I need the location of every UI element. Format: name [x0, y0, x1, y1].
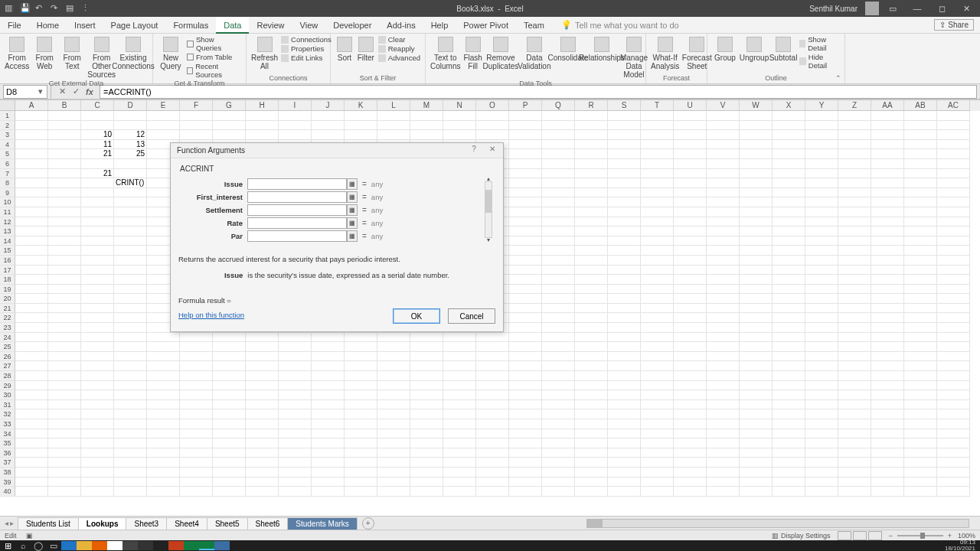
cell-W19[interactable]: [740, 285, 773, 295]
cell-R37[interactable]: [575, 458, 608, 468]
firefox-icon[interactable]: [92, 541, 107, 550]
cell-AB1[interactable]: [904, 111, 937, 121]
cell-Y24[interactable]: [805, 333, 838, 343]
row-header-39[interactable]: 39: [0, 478, 15, 487]
cell-A13[interactable]: [15, 227, 48, 236]
cell-A9[interactable]: [15, 188, 48, 198]
cell-AA19[interactable]: [871, 285, 904, 295]
cell-AC25[interactable]: [937, 342, 970, 352]
cell-W24[interactable]: [740, 333, 773, 343]
ribbon-tab-formulas[interactable]: Formulas: [165, 17, 216, 34]
cell-I1[interactable]: [279, 111, 312, 121]
cell-R12[interactable]: [575, 217, 608, 227]
remove-duplicates-button[interactable]: Remove Duplicates: [485, 35, 516, 70]
cell-C22[interactable]: [81, 313, 114, 323]
sheet-tab-students-list[interactable]: Students List: [18, 517, 79, 530]
cell-D7[interactable]: [114, 169, 147, 179]
ribbon-tab-power-pivot[interactable]: Power Pivot: [456, 17, 516, 34]
cell-T11[interactable]: [641, 207, 674, 217]
cell-I39[interactable]: [279, 478, 312, 487]
cell-U4[interactable]: [674, 140, 707, 150]
cell-B6[interactable]: [48, 159, 81, 169]
cell-H38[interactable]: [246, 468, 279, 478]
cell-P37[interactable]: [509, 458, 542, 468]
cell-AA31[interactable]: [871, 400, 904, 410]
cell-X11[interactable]: [773, 207, 805, 217]
cell-W7[interactable]: [740, 169, 773, 179]
cell-AA8[interactable]: [871, 178, 904, 188]
cell-Q21[interactable]: [542, 304, 575, 314]
cell-B15[interactable]: [48, 246, 81, 256]
cell-F33[interactable]: [180, 419, 213, 429]
col-header-G[interactable]: G: [213, 100, 246, 111]
cell-L1[interactable]: [377, 111, 410, 121]
cell-G29[interactable]: [213, 381, 246, 391]
cell-AC27[interactable]: [937, 361, 970, 371]
cell-T27[interactable]: [641, 361, 674, 371]
cell-X6[interactable]: [773, 159, 805, 169]
cell-X23[interactable]: [773, 323, 805, 333]
cell-T3[interactable]: [641, 130, 674, 140]
cell-AB7[interactable]: [904, 169, 937, 179]
cell-Q4[interactable]: [542, 140, 575, 150]
cell-Z4[interactable]: [838, 140, 871, 150]
advanced-item[interactable]: Advanced: [378, 54, 420, 62]
cell-U36[interactable]: [674, 448, 707, 458]
cell-T28[interactable]: [641, 371, 674, 381]
cell-R9[interactable]: [575, 188, 608, 198]
cell-S29[interactable]: [608, 381, 641, 391]
cell-Z17[interactable]: [838, 266, 871, 276]
row-header-30[interactable]: 30: [0, 390, 15, 400]
cell-Y21[interactable]: [805, 304, 838, 314]
cell-B3[interactable]: [48, 130, 81, 140]
cell-X4[interactable]: [773, 140, 805, 150]
cell-X38[interactable]: [773, 468, 805, 478]
cell-Y31[interactable]: [805, 400, 838, 410]
cell-O27[interactable]: [476, 361, 509, 371]
ribbon-tab-developer[interactable]: Developer: [325, 17, 379, 34]
cell-Z39[interactable]: [838, 478, 871, 487]
cell-Z10[interactable]: [838, 197, 871, 207]
cell-Y30[interactable]: [805, 390, 838, 400]
cell-Y8[interactable]: [805, 178, 838, 188]
cell-AA7[interactable]: [871, 169, 904, 179]
cell-Z19[interactable]: [838, 285, 871, 295]
cell-S5[interactable]: [608, 149, 641, 159]
cell-B35[interactable]: [48, 439, 81, 448]
cell-G40[interactable]: [213, 487, 246, 497]
cell-E37[interactable]: [147, 458, 180, 468]
cell-Y35[interactable]: [805, 439, 838, 448]
cell-E34[interactable]: [147, 429, 180, 439]
cell-U3[interactable]: [674, 130, 707, 140]
cell-V16[interactable]: [707, 256, 740, 266]
cell-C38[interactable]: [81, 468, 114, 478]
cell-M31[interactable]: [410, 400, 443, 410]
cell-X32[interactable]: [773, 409, 805, 419]
row-header-29[interactable]: 29: [0, 381, 15, 391]
cell-B14[interactable]: [48, 236, 81, 246]
existing-connections-button[interactable]: Existing Connections: [119, 35, 148, 70]
cell-Z3[interactable]: [838, 130, 871, 140]
row-header-20[interactable]: 20: [0, 294, 15, 304]
cell-D3[interactable]: 12: [114, 130, 147, 140]
cell-K36[interactable]: [345, 448, 377, 458]
row-header-3[interactable]: 3: [0, 130, 15, 140]
row-header-1[interactable]: 1: [0, 111, 15, 121]
cell-W32[interactable]: [740, 409, 773, 419]
cell-AC5[interactable]: [937, 149, 970, 159]
cell-C23[interactable]: [81, 323, 114, 333]
namebox-dropdown-icon[interactable]: ▾: [37, 86, 44, 96]
cell-M33[interactable]: [410, 419, 443, 429]
cell-W9[interactable]: [740, 188, 773, 198]
row-header-14[interactable]: 14: [0, 236, 15, 246]
cell-Q10[interactable]: [542, 197, 575, 207]
cell-Q6[interactable]: [542, 159, 575, 169]
cell-Y20[interactable]: [805, 294, 838, 304]
cell-S7[interactable]: [608, 169, 641, 179]
cell-S3[interactable]: [608, 130, 641, 140]
cell-U11[interactable]: [674, 207, 707, 217]
cell-V37[interactable]: [707, 458, 740, 468]
col-header-B[interactable]: B: [48, 100, 81, 111]
cell-T31[interactable]: [641, 400, 674, 410]
cell-Q2[interactable]: [542, 121, 575, 131]
